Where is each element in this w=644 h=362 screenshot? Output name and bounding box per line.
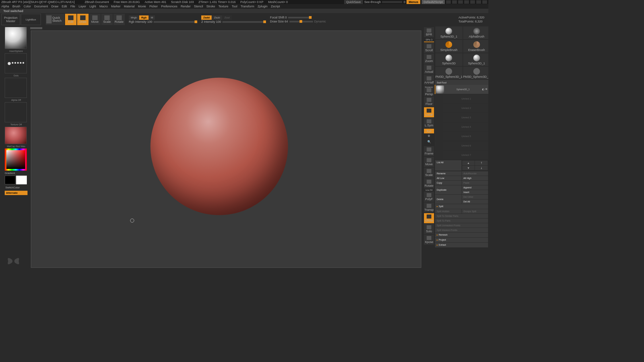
lsym-button[interactable]: L.Sym [424,118,434,128]
window-button-1[interactable] [446,0,451,4]
scale-button[interactable]: Scale [101,14,113,25]
project-section[interactable]: Project [435,238,488,242]
zsub-chip[interactable]: Zsub [212,15,222,20]
menu-edit[interactable]: Edit [62,5,67,8]
xpose-button[interactable]: Xpose [424,235,434,245]
insert-button[interactable]: Insert [462,190,488,194]
rgb-intensity-slider[interactable]: Rgb Intensity 100 [129,20,197,23]
ghost-button[interactable]: Ghost [424,213,434,223]
menu-preferences[interactable]: Preferences [161,5,177,8]
edit-button[interactable]: Edit [65,14,76,25]
bpr-button[interactable]: BPR [424,27,434,37]
delete-button[interactable]: Delete [435,195,462,204]
quicksave-button[interactable]: QuickSave [344,0,363,4]
floor-button[interactable]: Floor [424,97,434,107]
split-unmasked-button[interactable]: Split Unmasked Points [435,223,488,228]
window-button-3[interactable] [458,0,463,4]
aahalf-button[interactable]: AAHalf [424,75,434,85]
menu-transform[interactable]: Transform [240,5,254,8]
mrgb-chip[interactable]: Mrgb [129,15,139,20]
zadd-chip[interactable]: Zadd [201,15,212,20]
del-all-button[interactable]: Del All [462,199,488,204]
menus-toggle[interactable]: Menus [407,0,420,4]
append-button[interactable]: Append [462,185,488,190]
autoreorder-button[interactable]: AutoReorder [462,171,488,176]
nav-cursor-icon[interactable]: ⊕ [424,134,434,139]
primary-color-swatch[interactable] [16,176,27,184]
zcut-chip[interactable]: Zcut [222,15,232,20]
visibility-icons[interactable]: ◐ 👁 [482,88,488,91]
extract-section[interactable]: Extract [435,243,488,247]
menu-movie[interactable]: Movie [138,5,146,8]
alpha-preview[interactable] [5,78,27,98]
alternate-button[interactable]: Alternate [5,191,28,195]
all-high-button[interactable]: All High [462,176,488,180]
split-masked-button[interactable]: Split Masked Points [435,228,488,232]
nav-scale-button[interactable]: Scale [424,168,434,178]
split-section[interactable]: Split [435,204,488,209]
projection-master-button[interactable]: Projection Master [1,14,20,25]
menu-macro[interactable]: Macro [99,5,108,8]
menu-brush[interactable]: Brush [12,5,20,8]
scroll-button[interactable]: Scroll [424,43,434,53]
actual-button[interactable]: Actual [424,64,434,74]
paste-button[interactable]: Paste [462,181,488,185]
zoom-button[interactable]: Zoom [424,54,434,64]
subtool-item-empty[interactable]: Unmed 4 [435,122,488,132]
menu-material[interactable]: Material [124,5,135,8]
duplicate-button[interactable]: Duplicate [435,185,462,194]
menu-render[interactable]: Render [181,5,191,8]
secondary-color-swatch[interactable] [5,176,15,184]
preset-sphere3d-1[interactable]: Sphere3D_1 [435,26,463,39]
local-button[interactable]: Local [424,107,434,117]
nav-move-button[interactable]: Move [424,157,434,167]
menu-light[interactable]: Light [90,5,96,8]
menu-stroke[interactable]: Stroke [206,5,215,8]
split-similar-button[interactable]: Split To Similar Parts [435,214,488,218]
subtool-header[interactable]: SubTool [435,80,488,85]
preset-sphere3d[interactable]: Sphere3D [435,53,463,66]
canvas-tab[interactable] [30,27,42,29]
list-all-button[interactable]: List All [435,160,462,171]
persp-button[interactable]: DynamicPersp [424,86,434,96]
quicksketch-button[interactable]: Quick Sketch [46,14,64,25]
copy-button[interactable]: Copy [435,181,462,185]
gradient-label[interactable]: Gradient [5,172,28,175]
rotate-button[interactable]: Rotate [113,14,125,25]
subtool-down-button[interactable]: ▼ [462,166,475,170]
menu-marker[interactable]: Marker [111,5,120,8]
close-button[interactable] [482,0,487,4]
subtool-bottom-button[interactable]: ⤓ [475,166,488,170]
menu-texture[interactable]: Texture [218,5,228,8]
move-button[interactable]: Move [89,14,101,25]
split-hidden-button[interactable]: Split Hidden [435,209,462,214]
window-button-2[interactable] [452,0,457,4]
groups-split-button[interactable]: Groups Split [462,209,488,214]
focal-shift-slider[interactable]: Focal Shift 0 [270,16,326,19]
nav-zoom-icon[interactable]: 🔍 [424,140,434,145]
subtool-item-active[interactable]: Sphere3D_1 ◐ 👁 [435,85,488,94]
switchcolor-button[interactable]: SwitchColor [5,185,28,190]
preset-simplebrush[interactable]: SimpleBrush [435,40,463,53]
all-low-button[interactable]: All Low [435,176,462,180]
draw-size-slider[interactable]: Draw Size 64 Dynamic [270,20,326,23]
menu-stencil[interactable]: Stencil [194,5,203,8]
split-parts-button[interactable]: Split To Parts [435,219,488,223]
subtool-item-empty[interactable]: Unmed 6 [435,141,488,150]
brush-preview[interactable] [5,27,27,49]
script-chip[interactable]: DefaultZScript [422,0,445,4]
solo-button[interactable]: Solo [424,224,434,234]
material-preview[interactable] [5,127,27,144]
minimize-button[interactable] [470,0,475,4]
m-chip[interactable]: M [149,15,155,20]
sphere-mesh[interactable] [151,78,288,215]
subtool-item-empty[interactable]: Unmed 2 [435,104,488,113]
draw-button[interactable]: Draw [77,14,89,25]
menu-tool[interactable]: Tool [232,5,237,8]
stroke-preview[interactable] [5,53,27,73]
menu-alpha[interactable]: Alpha [1,5,9,8]
preset-alphabrush[interactable]: AlphaBrush [463,26,488,39]
polyf-button[interactable]: PolyF [424,192,434,202]
preset-pm3d-2[interactable]: PM3D_Sphere3D_2 [463,67,488,79]
nav-rotate-button[interactable]: Rotate [424,178,434,188]
